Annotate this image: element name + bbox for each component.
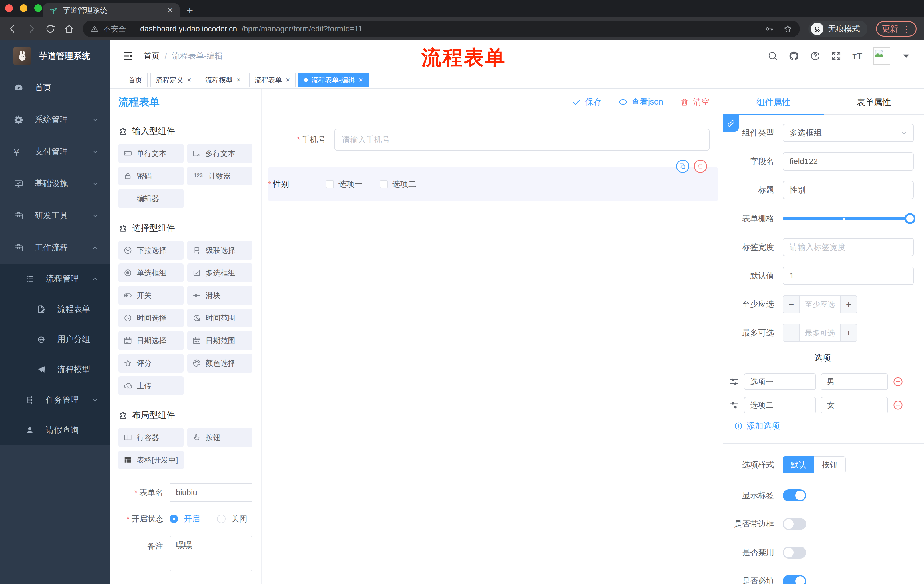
field-name-input[interactable]: [783, 152, 914, 171]
tag-process-model[interactable]: 流程模型✕: [200, 72, 246, 87]
radio-off[interactable]: [217, 515, 226, 523]
option1-label-input[interactable]: [744, 373, 816, 390]
slider-track[interactable]: [783, 217, 914, 220]
font-size-icon[interactable]: ᴛT: [852, 51, 862, 61]
slider-handle[interactable]: [904, 213, 916, 224]
minimize-window-button[interactable]: [20, 4, 28, 12]
component-chip-color[interactable]: 颜色选择: [187, 354, 252, 373]
breadcrumb-home[interactable]: 首页: [144, 51, 160, 61]
sidebar-item-task-manage[interactable]: 任务管理: [0, 385, 110, 415]
drag-handle-icon[interactable]: [729, 400, 739, 410]
browser-menu-icon[interactable]: ⋮: [902, 24, 911, 34]
title-input[interactable]: [783, 181, 914, 199]
not-secure-icon[interactable]: [90, 25, 99, 33]
back-icon[interactable]: [7, 24, 18, 34]
link-handle-button[interactable]: [723, 115, 739, 132]
tag-close-icon[interactable]: ✕: [187, 77, 191, 84]
option2-label-input[interactable]: [744, 397, 816, 413]
plus-button[interactable]: +: [840, 324, 856, 341]
browser-tab[interactable]: 芋道管理系统 ✕: [43, 3, 180, 17]
sidebar-item-bpm-manage[interactable]: 流程管理: [0, 264, 110, 294]
style-button-button[interactable]: 按钮: [814, 456, 846, 474]
component-chip-single-text[interactable]: 单行文本: [118, 144, 183, 163]
tag-close-icon[interactable]: ✕: [358, 77, 363, 84]
component-chip-table[interactable]: 表格[开发中]: [118, 451, 183, 469]
checkbox-option-1[interactable]: 选项一: [326, 179, 363, 190]
maximize-window-button[interactable]: [34, 4, 42, 12]
sidebar-item-pay[interactable]: ¥ 支付管理: [0, 136, 110, 168]
component-chip-button[interactable]: 按钮: [187, 428, 252, 447]
sidebar-item-leave-query[interactable]: 请假查询: [0, 415, 110, 446]
component-chip-counter[interactable]: 123计数器: [187, 166, 252, 186]
phone-input[interactable]: [335, 129, 710, 151]
component-type-select[interactable]: 多选框组: [783, 124, 914, 142]
sidebar-logo[interactable]: 芋道管理系统: [0, 40, 110, 72]
grid-slider[interactable]: [783, 209, 914, 228]
disabled-toggle[interactable]: [783, 546, 806, 559]
form-name-input[interactable]: [170, 483, 252, 502]
tab-form-props[interactable]: 表单属性: [823, 89, 924, 115]
component-chip-upload[interactable]: 上传: [118, 376, 183, 395]
component-chip-time-range[interactable]: 时间范围: [187, 309, 252, 327]
radio-on-label[interactable]: 开启: [184, 513, 200, 524]
component-chip-password[interactable]: 密码: [118, 166, 183, 186]
drag-handle-icon[interactable]: [729, 377, 739, 387]
component-chip-multi-text[interactable]: 多行文本: [187, 144, 252, 163]
component-chip-checkbox-group[interactable]: 多选框组: [187, 263, 252, 282]
tag-close-icon[interactable]: ✕: [236, 77, 241, 84]
bookmark-star-icon[interactable]: [783, 24, 792, 33]
clear-button[interactable]: 清空: [680, 96, 710, 108]
window-controls[interactable]: [5, 4, 42, 12]
min-checked-input[interactable]: [799, 296, 840, 313]
fullscreen-icon[interactable]: [831, 51, 842, 61]
label-width-input[interactable]: [783, 238, 914, 256]
component-chip-date-range[interactable]: 日期范围: [187, 331, 252, 350]
option2-value-input[interactable]: [820, 397, 888, 413]
canvas-field-gender-selected[interactable]: *性别 选项一 选项二: [268, 167, 718, 201]
radio-on[interactable]: [170, 515, 178, 523]
component-chip-time[interactable]: 时间选择: [118, 309, 183, 327]
option1-value-input[interactable]: [820, 373, 888, 390]
plus-button[interactable]: +: [840, 296, 856, 313]
sidebar-item-system[interactable]: 系统管理: [0, 104, 110, 136]
border-toggle[interactable]: [783, 518, 806, 530]
reload-icon[interactable]: [45, 24, 56, 34]
tag-process-definition[interactable]: 流程定义✕: [150, 72, 197, 87]
component-chip-radio-group[interactable]: 单选框组: [118, 263, 183, 282]
required-toggle[interactable]: [783, 575, 806, 584]
remove-option-icon[interactable]: [893, 400, 903, 411]
component-chip-switch[interactable]: 开关: [118, 286, 183, 305]
sidebar-item-user-group[interactable]: 用户分组: [0, 324, 110, 355]
component-chip-editor[interactable]: 编辑器: [118, 189, 183, 208]
radio-off-label[interactable]: 关闭: [231, 513, 247, 524]
tag-close-icon[interactable]: ✕: [285, 77, 290, 84]
minus-button[interactable]: −: [783, 296, 799, 313]
component-chip-slider[interactable]: 滑块: [187, 286, 252, 305]
component-chip-cascader[interactable]: 级联选择: [187, 241, 252, 260]
tab-close-icon[interactable]: ✕: [167, 6, 173, 15]
checkbox-box[interactable]: [380, 180, 388, 188]
forward-icon[interactable]: [26, 24, 36, 34]
checkbox-box[interactable]: [326, 180, 334, 188]
checkbox-option-2[interactable]: 选项二: [380, 179, 416, 190]
search-icon[interactable]: [767, 51, 778, 61]
sidebar-item-devtools[interactable]: 研发工具: [0, 200, 110, 232]
style-default-button[interactable]: 默认: [783, 456, 814, 474]
component-chip-select[interactable]: 下拉选择: [118, 241, 183, 260]
help-icon[interactable]: [810, 51, 820, 61]
avatar-caret-icon[interactable]: [901, 51, 911, 61]
delete-field-button[interactable]: [694, 160, 707, 173]
canvas-field-phone[interactable]: *手机号: [262, 129, 723, 151]
sidebar-item-home[interactable]: 首页: [0, 72, 110, 104]
url-bar[interactable]: 不安全 dashboard.yudao.iocoder.cn /bpm/mana…: [83, 21, 800, 37]
new-tab-button[interactable]: +: [186, 6, 193, 15]
component-chip-rate[interactable]: 评分: [118, 354, 183, 373]
close-window-button[interactable]: [5, 4, 13, 12]
component-chip-row-container[interactable]: 行容器: [118, 428, 183, 447]
view-json-button[interactable]: 查看json: [619, 96, 663, 108]
duplicate-field-button[interactable]: [676, 160, 689, 173]
password-key-icon[interactable]: [764, 24, 774, 33]
avatar[interactable]: [873, 48, 890, 64]
remove-option-icon[interactable]: [893, 376, 903, 387]
remark-textarea[interactable]: 嘿嘿: [170, 536, 252, 571]
